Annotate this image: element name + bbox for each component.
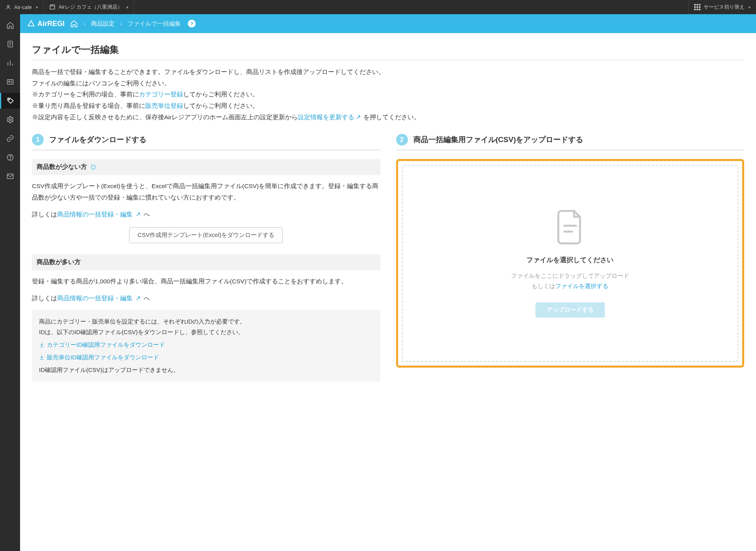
help-badge[interactable]: ? (188, 20, 196, 28)
sidebar-item-help[interactable] (0, 150, 20, 165)
bar-chart-icon (6, 59, 14, 67)
svg-rect-1 (50, 6, 55, 9)
divider (32, 60, 744, 60)
page-title: ファイルで一括編集 (32, 43, 744, 56)
step2-title: 商品一括編集用ファイル(CSV)をアップロードする (413, 135, 584, 145)
dropzone-title: ファイルを選択してください (526, 255, 613, 264)
breadcrumb-separator: › (120, 20, 122, 27)
apps-grid-icon (694, 4, 700, 10)
svg-point-8 (10, 159, 10, 159)
sidebar-item-link[interactable] (0, 131, 20, 146)
svg-point-0 (7, 5, 9, 7)
info-line: 商品にカテゴリー・販売単位を設定するには、それぞれIDの入力が必要です。 (39, 316, 373, 327)
details-line: 詳しくは商品情報の一括登録・編集 ↗ へ (32, 293, 380, 304)
link-category-register[interactable]: カテゴリー登録 (139, 91, 183, 98)
subhead-few-products: 商品数が少ない方 (32, 159, 380, 175)
step1-title: ファイルをダウンロードする (49, 135, 146, 145)
download-icon (39, 342, 44, 348)
account-selector[interactable]: Air-cafe ▾ (0, 0, 44, 14)
chevron-down-icon: ▾ (749, 5, 750, 9)
help-circle-icon (6, 153, 14, 161)
sidebar-item-mail[interactable] (0, 168, 20, 184)
dropzone-subtitle: ファイルをここにドラッグしてアップロード もしくはファイルを選択する (511, 271, 629, 291)
upload-button[interactable]: アップロードする (536, 302, 605, 318)
breadcrumb-bar: AirREGI › 商品設定 › ファイルで一括編集 ? (20, 14, 756, 33)
step-number-1: 1 (32, 134, 44, 146)
id-card-icon (6, 78, 14, 86)
brand-text: AirREGI (37, 20, 65, 28)
svg-point-6 (9, 119, 11, 121)
download-template-button[interactable]: CSV作成用テンプレート(Excel)をダウンロードする (129, 227, 283, 243)
intro-block: 商品を一括で登録・編集することができます。ファイルをダウンロードし、商品リストを… (32, 67, 744, 123)
download-icon (39, 355, 44, 360)
shield-icon (90, 164, 96, 170)
sidebar (0, 14, 20, 551)
mail-icon (6, 172, 14, 180)
gear-icon (6, 116, 14, 124)
info-line: ID確認用ファイル(CSV)はアップロードできません。 (39, 364, 373, 375)
home-icon[interactable] (70, 20, 78, 28)
clipboard-icon (6, 40, 14, 48)
breadcrumb-separator: › (83, 20, 85, 27)
intro-line: ※量り売り商品を登録する場合、事前に販売単位登録してからご利用ください。 (32, 100, 744, 112)
step-number-2: 2 (396, 134, 408, 146)
id-info-box: 商品にカテゴリー・販売単位を設定するには、それぞれIDの入力が必要です。 IDは… (32, 310, 380, 382)
sidebar-item-analytics[interactable] (0, 55, 20, 71)
file-dropzone[interactable]: ファイルを選択してください ファイルをここにドラッグしてアップロード もしくはフ… (402, 165, 739, 362)
logo-icon (27, 20, 35, 28)
many-description: 登録・編集する商品が1,000件より多い場合、商品一括編集用ファイル(CSV)で… (32, 276, 380, 287)
breadcrumb-current: ファイルで一括編集 (128, 20, 181, 28)
sidebar-item-home[interactable] (0, 17, 20, 33)
link-unit-register[interactable]: 販売単位登録 (145, 102, 183, 109)
few-description: CSV作成用テンプレート(Excel)を使うと、Excelで商品一括編集用ファイ… (32, 181, 380, 203)
sidebar-item-orders[interactable] (0, 36, 20, 52)
link-product-bulk-help[interactable]: 商品情報の一括登録・編集 ↗ (57, 211, 142, 218)
sidebar-item-products[interactable] (0, 93, 20, 109)
intro-line: ファイルの編集にはパソコンをご利用ください。 (32, 78, 744, 89)
store-icon (49, 4, 56, 10)
download-unit-id-link[interactable]: 販売単位ID確認用ファイルをダウンロード (39, 352, 373, 363)
sidebar-item-settings[interactable] (0, 112, 20, 128)
breadcrumb-products[interactable]: 商品設定 (91, 20, 115, 28)
topbar: Air-cafe ▾ Airレジ カフェ（八重洲店） ▾ サービス切り替え ▾ (0, 0, 756, 14)
brand-logo[interactable]: AirREGI (27, 20, 65, 28)
chevron-down-icon: ▾ (36, 5, 38, 9)
sidebar-item-id[interactable] (0, 74, 20, 90)
info-line: IDは、以下のID確認用ファイル(CSV)をダウンロードし、参照してください。 (39, 327, 373, 338)
chevron-down-icon: ▾ (126, 5, 128, 9)
account-label: Air-cafe (14, 4, 32, 10)
link-icon (6, 135, 14, 142)
service-switcher[interactable]: サービス切り替え ▾ (688, 0, 756, 14)
user-icon (6, 4, 11, 10)
divider (32, 150, 380, 150)
details-line: 詳しくは商品情報の一括登録・編集 ↗ へ (32, 209, 380, 220)
intro-line: 商品を一括で登録・編集することができます。ファイルをダウンロードし、商品リストを… (32, 67, 744, 78)
store-label: Airレジ カフェ（八重洲店） (59, 4, 123, 11)
step1-column: 1 ファイルをダウンロードする 商品数が少ない方 CSV作成用テンプレート(Ex… (32, 134, 380, 381)
service-switch-label: サービス切り替え (704, 4, 745, 11)
svg-point-5 (9, 99, 10, 100)
svg-point-4 (8, 81, 9, 82)
divider (396, 150, 745, 150)
external-link-icon: ↗ (356, 112, 361, 123)
link-product-bulk-help[interactable]: 商品情報の一括登録・編集 ↗ (57, 295, 142, 301)
tag-icon (7, 97, 15, 105)
external-link-icon: ↗ (135, 293, 141, 304)
document-icon (554, 209, 586, 244)
intro-line: ※設定内容を正しく反映させるために、保存後Airレジアプリのホーム画面左上の設定… (32, 112, 744, 123)
upload-highlight-frame: ファイルを選択してください ファイルをここにドラッグしてアップロード もしくはフ… (396, 159, 745, 368)
download-category-id-link[interactable]: カテゴリーID確認用ファイルをダウンロード (39, 339, 373, 350)
intro-line: ※カテゴリーをご利用の場合、事前にカテゴリー登録してからご利用ください。 (32, 89, 744, 100)
subhead-many-products: 商品数が多い方 (32, 254, 380, 270)
link-update-settings[interactable]: 設定情報を更新する↗ (298, 114, 362, 120)
home-icon (6, 21, 14, 29)
external-link-icon: ↗ (135, 209, 141, 220)
store-selector[interactable]: Airレジ カフェ（八重洲店） ▾ (44, 0, 135, 14)
svg-rect-3 (7, 80, 13, 84)
file-select-link[interactable]: ファイルを選択する (555, 283, 608, 289)
step2-column: 2 商品一括編集用ファイル(CSV)をアップロードする ファイルを選択してくださ… (396, 134, 745, 381)
